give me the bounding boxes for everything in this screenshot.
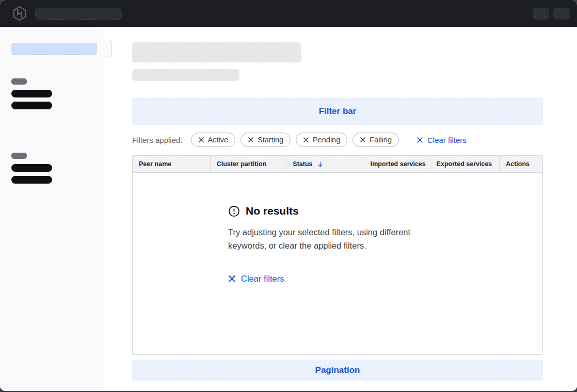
sidebar-item-skeleton[interactable] <box>11 102 52 109</box>
column-label: Actions <box>506 160 530 168</box>
x-icon <box>228 275 236 283</box>
sidebar-group-2 <box>11 153 103 184</box>
page-subtitle-skeleton <box>132 69 239 81</box>
filter-pill-failing[interactable]: Failing <box>352 133 399 147</box>
page-title-skeleton <box>132 42 301 62</box>
column-header-cluster-partition: Cluster partition <box>210 156 286 172</box>
sidebar-item-skeleton[interactable] <box>11 164 52 172</box>
filter-pill-label: Active <box>208 136 229 144</box>
column-header-status[interactable]: Status <box>286 156 363 172</box>
column-header-imported-services: Imported services <box>364 156 430 172</box>
peers-table: Peer name Cluster partition Status Impor… <box>132 155 543 355</box>
sidebar-navigation <box>0 27 103 391</box>
clear-filters-label: Clear filters <box>427 136 467 144</box>
pagination-placeholder: Pagination <box>132 360 543 381</box>
column-header-exported-services: Exported services <box>430 156 500 172</box>
applied-filters-row: Filters applied: Active Starting Pending… <box>132 133 543 147</box>
filter-pill-label: Pending <box>313 136 340 144</box>
main-content: Filter bar Filters applied: Active Start… <box>103 27 577 391</box>
account-button-skeleton[interactable] <box>553 8 570 20</box>
table-body-empty: No results Try adjusting your selected f… <box>133 173 542 354</box>
empty-state: No results Try adjusting your selected f… <box>228 205 447 354</box>
sidebar-item-skeleton[interactable] <box>11 176 52 184</box>
empty-state-description: Try adjusting your selected filters, usi… <box>228 226 447 252</box>
filters-applied-label: Filters applied: <box>132 136 183 144</box>
filter-pill-label: Failing <box>370 136 392 144</box>
column-header-actions: Actions <box>499 156 542 172</box>
column-label: Status <box>293 160 312 168</box>
sidebar-group-1 <box>11 78 103 109</box>
sidebar-selected-item-skeleton[interactable] <box>11 43 97 55</box>
filter-pill-starting[interactable]: Starting <box>241 133 291 147</box>
content-row: Filter bar Filters applied: Active Start… <box>0 27 577 391</box>
column-label: Exported services <box>437 160 492 168</box>
hashicorp-logo-icon[interactable] <box>11 5 28 22</box>
app-window: Filter bar Filters applied: Active Start… <box>0 0 577 391</box>
filter-bar-label: Filter bar <box>319 106 357 117</box>
empty-state-clear-filters-link[interactable]: Clear filters <box>228 274 447 284</box>
arrow-down-icon <box>317 161 324 168</box>
empty-state-title: No results <box>246 205 299 217</box>
x-icon <box>303 137 309 143</box>
sidebar-collapse-toggle[interactable] <box>103 40 112 57</box>
top-navigation-bar <box>0 0 577 27</box>
x-icon <box>198 137 204 143</box>
empty-state-clear-filters-label: Clear filters <box>241 274 284 284</box>
search-input-skeleton[interactable] <box>35 8 122 20</box>
clear-filters-link[interactable]: Clear filters <box>416 136 467 144</box>
x-icon <box>360 137 366 143</box>
sidebar-section-label-skeleton <box>11 153 27 159</box>
help-button-skeleton[interactable] <box>533 8 549 20</box>
column-label: Imported services <box>371 160 426 168</box>
filter-bar-placeholder: Filter bar <box>132 98 543 125</box>
column-label: Cluster partition <box>217 160 267 168</box>
alert-circle-icon <box>228 205 240 217</box>
x-icon <box>416 137 423 143</box>
filter-pill-pending[interactable]: Pending <box>296 133 347 147</box>
table-header-row: Peer name Cluster partition Status Impor… <box>133 156 542 173</box>
filter-pill-active[interactable]: Active <box>191 133 236 147</box>
sidebar-section-label-skeleton <box>11 78 27 85</box>
pagination-label: Pagination <box>315 365 360 375</box>
empty-state-header: No results <box>228 205 447 217</box>
column-label: Peer name <box>139 160 171 168</box>
sidebar-item-skeleton[interactable] <box>11 90 52 97</box>
filter-pill-label: Starting <box>258 136 283 144</box>
x-icon <box>248 137 254 143</box>
column-header-peer-name: Peer name <box>133 156 210 172</box>
